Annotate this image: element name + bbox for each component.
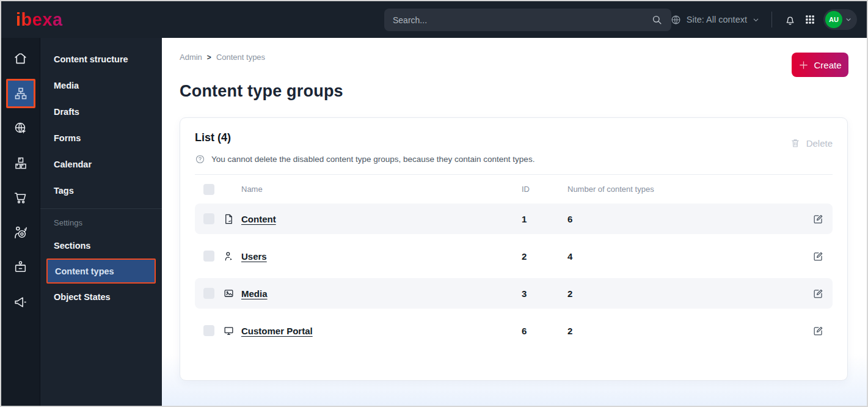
group-link-media[interactable]: Media <box>241 288 268 299</box>
cart-icon <box>13 190 28 205</box>
sidebar-item-object-states[interactable]: Object States <box>40 284 162 310</box>
group-link-content[interactable]: Content <box>241 214 276 224</box>
column-header-count: Number of content types <box>567 185 800 194</box>
breadcrumb-item-admin[interactable]: Admin <box>180 53 202 62</box>
group-id: 2 <box>522 251 567 262</box>
sidebar-divider <box>40 208 162 209</box>
breadcrumb-item-content-types: Content types <box>216 53 265 62</box>
group-count: 2 <box>567 326 800 336</box>
row-checkbox[interactable] <box>203 325 214 336</box>
main-content: Admin > Content types Create Content typ… <box>162 38 867 406</box>
edit-button[interactable] <box>800 213 824 225</box>
help-circle-icon <box>195 154 205 164</box>
delete-button[interactable]: Delete <box>790 138 833 148</box>
top-bar: ibexa Site: All context <box>1 1 867 38</box>
search-icon[interactable] <box>651 14 663 26</box>
sidebar-item-label: Tags <box>54 186 74 196</box>
edit-icon <box>812 213 824 225</box>
nav-commerce[interactable] <box>3 180 38 215</box>
breadcrumb-separator: > <box>207 53 211 62</box>
plus-icon <box>798 60 809 70</box>
ibexa-logo: ibexa <box>16 10 63 30</box>
row-checkbox[interactable] <box>203 213 214 224</box>
list-info-text: You cannot delete the disabled content t… <box>211 155 534 164</box>
table-row: Customer Portal 6 2 <box>195 315 833 346</box>
group-id: 1 <box>522 214 567 224</box>
sidebar-settings-label: Settings <box>40 213 162 232</box>
sidebar-item-sections[interactable]: Sections <box>40 232 162 258</box>
admin-badge-icon <box>13 260 28 275</box>
edit-icon <box>812 325 824 337</box>
site-globe-icon <box>13 121 28 136</box>
row-checkbox[interactable] <box>203 251 214 262</box>
product-boxes-icon <box>13 156 28 170</box>
sidebar-item-label: Content types <box>55 266 114 276</box>
edit-button[interactable] <box>800 251 824 262</box>
column-header-name: Name <box>241 185 522 194</box>
nav-personalization[interactable] <box>3 215 38 250</box>
megaphone-icon <box>13 295 28 310</box>
edit-icon <box>812 288 824 299</box>
group-count: 6 <box>567 214 800 224</box>
delete-button-label: Delete <box>806 138 833 148</box>
breadcrumb: Admin > Content types <box>180 53 848 62</box>
nav-site[interactable] <box>3 111 38 145</box>
list-info: You cannot delete the disabled content t… <box>195 154 833 164</box>
site-context-selector[interactable]: Site: All context <box>670 14 760 26</box>
user-menu[interactable]: AU <box>823 9 857 30</box>
sidebar-item-label: Sections <box>54 241 90 251</box>
create-button[interactable]: Create <box>792 53 848 77</box>
nav-content[interactable] <box>6 79 35 108</box>
file-icon <box>223 213 241 225</box>
sidebar-item-drafts[interactable]: Drafts <box>40 98 162 125</box>
personalization-target-icon <box>13 225 28 240</box>
topbar-right-cluster: Site: All context AU <box>670 1 857 38</box>
sidebar-item-label: Forms <box>54 133 81 143</box>
home-icon <box>13 51 28 66</box>
group-link-users[interactable]: Users <box>241 251 267 262</box>
table-row: Media 3 2 <box>195 278 833 309</box>
nav-admin[interactable] <box>3 250 38 285</box>
group-id: 6 <box>522 326 567 336</box>
nav-product-catalog[interactable] <box>3 145 38 180</box>
row-checkbox[interactable] <box>203 288 214 299</box>
image-icon <box>223 288 241 299</box>
global-search[interactable] <box>384 9 671 31</box>
sidebar-menu: Content structure Media Drafts Forms Cal… <box>40 38 162 406</box>
globe-icon <box>670 14 682 26</box>
sidebar-item-label: Media <box>54 81 79 90</box>
group-count: 4 <box>567 251 800 262</box>
content-tree-icon <box>13 86 28 101</box>
sidebar-item-label: Calendar <box>54 160 92 169</box>
sidebar-item-media[interactable]: Media <box>40 72 162 98</box>
nav-campaign[interactable] <box>3 285 38 320</box>
sidebar-item-content-types[interactable]: Content types <box>46 258 156 284</box>
chevron-down-icon <box>752 16 760 24</box>
edit-button[interactable] <box>800 325 824 337</box>
sidebar-item-content-structure[interactable]: Content structure <box>40 46 162 72</box>
edit-icon <box>812 251 824 262</box>
list-title: List (4) <box>195 131 231 144</box>
app-grid-icon[interactable] <box>804 14 815 25</box>
chevron-down-icon <box>845 16 852 23</box>
group-link-customer-portal[interactable]: Customer Portal <box>241 326 313 336</box>
nav-home[interactable] <box>3 41 38 76</box>
site-context-label: Site: All context <box>687 15 747 24</box>
topbar-divider <box>771 12 772 28</box>
page-title: Content type groups <box>180 82 848 101</box>
sidebar-item-forms[interactable]: Forms <box>40 125 162 151</box>
search-input[interactable] <box>393 15 651 25</box>
sidebar-item-label: Drafts <box>54 107 79 117</box>
avatar: AU <box>825 11 842 28</box>
sidebar-item-label: Content structure <box>54 54 128 64</box>
user-icon <box>223 251 241 262</box>
group-id: 3 <box>522 288 567 299</box>
edit-button[interactable] <box>800 288 824 299</box>
table-header-row: Name ID Number of content types <box>195 175 833 204</box>
sidebar-item-tags[interactable]: Tags <box>40 177 162 204</box>
notifications-bell-icon[interactable] <box>784 13 797 26</box>
select-all-checkbox[interactable] <box>203 184 214 195</box>
sidebar-item-label: Object States <box>54 292 111 302</box>
sidebar-item-calendar[interactable]: Calendar <box>40 151 162 177</box>
group-count: 2 <box>567 288 800 299</box>
